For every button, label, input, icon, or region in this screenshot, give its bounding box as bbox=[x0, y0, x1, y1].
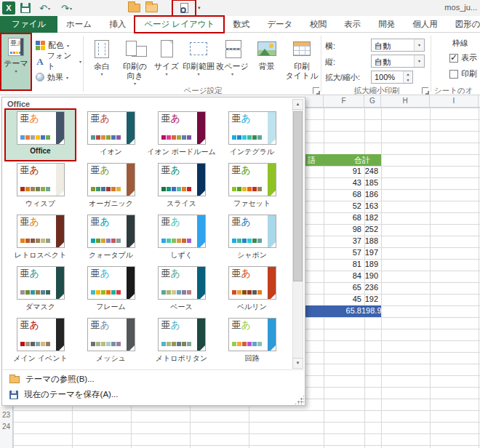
tab-home[interactable]: ホーム bbox=[57, 16, 100, 32]
scale-dialog-launcher[interactable] bbox=[422, 87, 428, 94]
tab-formulas[interactable]: 数式 bbox=[224, 16, 258, 32]
theme-effects-button[interactable]: 効果▾ bbox=[33, 70, 81, 84]
table-row[interactable]: 52163 bbox=[305, 201, 381, 212]
row-number[interactable]: 23 bbox=[0, 411, 12, 419]
gridlines-view-checkbox[interactable] bbox=[449, 54, 458, 63]
table-row[interactable]: 98252 bbox=[305, 224, 381, 236]
selected-average-row[interactable]: 65.8198.9 bbox=[305, 305, 381, 317]
cell[interactable]: 52 bbox=[305, 201, 361, 210]
redo-button[interactable]: ↷▾ bbox=[61, 1, 72, 15]
cell[interactable]: 81 bbox=[305, 260, 361, 268]
background-button[interactable]: 背景 bbox=[250, 35, 283, 90]
cell[interactable]: 197 bbox=[361, 248, 378, 257]
cell[interactable]: 68 bbox=[305, 190, 361, 199]
cell[interactable]: 198.9 bbox=[361, 306, 378, 315]
theme-item-回路[interactable]: 亜あ回路 bbox=[217, 316, 287, 367]
cell[interactable]: 98 bbox=[305, 225, 361, 233]
cell[interactable]: 185 bbox=[361, 178, 378, 187]
gridlines-print-checkbox[interactable] bbox=[449, 70, 458, 79]
cell[interactable]: 163 bbox=[361, 201, 378, 210]
tab-developer[interactable]: 開発 bbox=[369, 16, 404, 32]
tab-personal[interactable]: 個人用 bbox=[404, 16, 447, 32]
tab-data[interactable]: データ bbox=[258, 16, 301, 32]
gridlines-view-option[interactable]: 表示 bbox=[449, 52, 477, 63]
table-row[interactable]: 43185 bbox=[305, 177, 381, 189]
cell[interactable]: 190 bbox=[361, 271, 378, 280]
table-row[interactable]: 37188 bbox=[305, 236, 381, 247]
breaks-button[interactable]: 改ページ ▾ bbox=[216, 35, 249, 90]
column-header-partial[interactable] bbox=[305, 95, 324, 107]
table-row[interactable]: 65236 bbox=[305, 282, 381, 294]
table-row[interactable]: 45192 bbox=[305, 294, 381, 305]
theme-fonts-button[interactable]: フォント▾ bbox=[33, 54, 81, 68]
cell[interactable]: 188 bbox=[361, 236, 378, 245]
cell[interactable]: 43 bbox=[305, 178, 361, 187]
chevron-down-icon[interactable]: ▾ bbox=[414, 39, 424, 51]
orientation-button[interactable]: 印刷の 向き ▾ bbox=[119, 35, 151, 90]
cell[interactable]: 65 bbox=[305, 283, 361, 292]
column-header-H[interactable]: H bbox=[381, 95, 430, 107]
cell[interactable]: 248 bbox=[361, 167, 378, 175]
scroll-down-icon[interactable]: ▼ bbox=[292, 358, 303, 369]
theme-item-Office[interactable]: 亜あOffice bbox=[6, 110, 75, 160]
theme-item-ウィスプ[interactable]: 亜あウィスプ bbox=[6, 161, 75, 212]
gridlines-print-option[interactable]: 印刷 bbox=[449, 68, 477, 79]
cell[interactable]: 65.8 bbox=[305, 306, 361, 315]
print-titles-button[interactable]: 印刷 タイトル bbox=[284, 35, 319, 90]
scrollbar-thumb[interactable] bbox=[293, 111, 303, 281]
spinner-buttons[interactable]: ▲▼ bbox=[403, 71, 412, 83]
cell[interactable]: 57 bbox=[305, 248, 361, 257]
table-row[interactable]: 81189 bbox=[305, 259, 381, 271]
header-cell[interactable]: 語 bbox=[308, 155, 316, 166]
gallery-scrollbar[interactable]: ▲ ▼ bbox=[292, 99, 303, 369]
theme-item-レトロスペクト[interactable]: 亜あレトロスペクト bbox=[6, 213, 75, 263]
table-row[interactable]: 57197 bbox=[305, 247, 381, 259]
table-row[interactable]: 68186 bbox=[305, 189, 381, 201]
theme-item-ベース[interactable]: 亜あベース bbox=[147, 265, 216, 315]
new-folder-button[interactable] bbox=[145, 1, 158, 15]
tab-insert[interactable]: 挿入 bbox=[100, 16, 135, 32]
theme-item-しずく[interactable]: 亜あしずく bbox=[147, 213, 216, 263]
tab-view[interactable]: 表示 bbox=[335, 16, 369, 32]
cell[interactable]: 91 bbox=[305, 167, 361, 175]
undo-button[interactable]: ↶▾ bbox=[39, 1, 50, 15]
chevron-down-icon[interactable]: ▾ bbox=[414, 55, 424, 67]
qat-customize-button[interactable]: ▾ bbox=[198, 1, 201, 15]
row-number[interactable]: 24 bbox=[0, 423, 12, 431]
menu-item-browse[interactable]: テーマの参照(B)... bbox=[3, 372, 304, 387]
cell[interactable]: 189 bbox=[361, 260, 378, 268]
theme-item-インテグラル[interactable]: 亜あインテグラル bbox=[217, 110, 287, 160]
theme-item-ベルリン[interactable]: 亜あベルリン bbox=[217, 265, 287, 315]
print-area-button[interactable]: 印刷範囲 ▾ bbox=[182, 35, 215, 90]
scale-input[interactable]: 100% ▲▼ bbox=[371, 71, 413, 84]
tab-file[interactable]: ファイル bbox=[0, 16, 57, 33]
theme-item-イオン[interactable]: 亜あイオン bbox=[76, 110, 145, 160]
page-setup-dialog-launcher[interactable] bbox=[313, 87, 319, 94]
theme-item-メッシュ[interactable]: 亜あメッシュ bbox=[76, 316, 145, 367]
theme-item-メトロポリタン[interactable]: 亜あメトロポリタン bbox=[147, 316, 216, 367]
tab-shapes[interactable]: 図形の bbox=[447, 16, 480, 32]
theme-item-スライス[interactable]: 亜あスライス bbox=[147, 161, 216, 212]
cell[interactable]: 68 bbox=[305, 213, 361, 222]
margins-button[interactable]: 余白 ▾ bbox=[86, 35, 118, 90]
column-header-G[interactable]: G bbox=[364, 95, 381, 107]
cell[interactable]: 252 bbox=[361, 225, 378, 233]
cell[interactable]: 182 bbox=[361, 213, 378, 222]
theme-item-ファセット[interactable]: 亜あファセット bbox=[217, 161, 287, 212]
scale-height-select[interactable]: 自動 ▾ bbox=[371, 55, 425, 68]
theme-item-イオン-ボードルーム[interactable]: 亜あイオン ボードルーム bbox=[147, 110, 216, 160]
column-header-F[interactable]: F bbox=[324, 95, 364, 107]
scale-width-select[interactable]: 自動 ▾ bbox=[371, 39, 425, 52]
cell[interactable]: 186 bbox=[361, 190, 378, 199]
cell[interactable]: 84 bbox=[305, 271, 361, 280]
cell[interactable]: 236 bbox=[361, 283, 378, 292]
cell[interactable]: 192 bbox=[361, 295, 378, 303]
scroll-up-icon[interactable]: ▲ bbox=[292, 99, 303, 110]
tab-page-layout[interactable]: ページ レイアウト bbox=[135, 16, 224, 33]
theme-item-フレーム[interactable]: 亜あフレーム bbox=[76, 265, 145, 315]
theme-item-クォータブル[interactable]: 亜あクォータブル bbox=[76, 213, 145, 263]
theme-item-ダマスク[interactable]: 亜あダマスク bbox=[6, 265, 75, 315]
column-header-I[interactable]: I bbox=[430, 95, 479, 107]
cell[interactable]: 37 bbox=[305, 236, 361, 245]
table-row[interactable]: 68182 bbox=[305, 212, 381, 224]
